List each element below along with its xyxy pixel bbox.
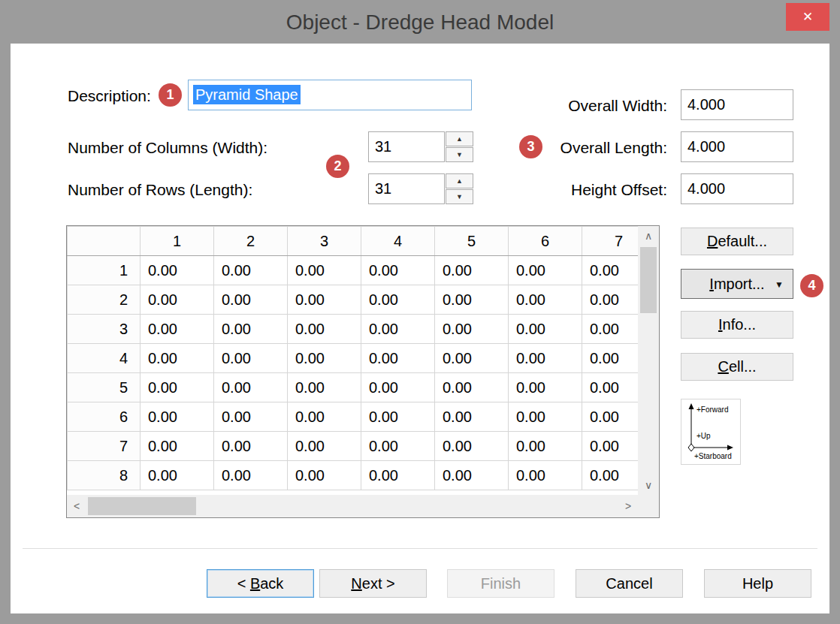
overall-length-input[interactable]: 4.000 [681,131,793,162]
grid-row-header[interactable]: 5 [68,373,141,402]
grid-cell[interactable]: 0.00 [582,315,639,344]
grid-cell[interactable]: 0.00 [288,285,361,315]
grid-cell[interactable]: 0.00 [141,461,214,490]
grid-row-header[interactable]: 1 [68,256,141,285]
grid-cell[interactable]: 0.00 [141,256,214,285]
grid-cell[interactable]: 0.00 [288,344,361,373]
rows-spin-down-button[interactable]: ▼ [446,189,473,204]
grid-cell[interactable]: 0.00 [509,432,582,461]
grid-cell[interactable]: 0.00 [141,373,214,402]
scroll-right-button[interactable]: > [618,495,638,517]
grid-cell[interactable]: 0.00 [288,256,361,285]
grid-cell[interactable]: 0.00 [214,344,288,373]
grid-cell[interactable]: 0.00 [214,285,288,315]
cancel-button[interactable]: Cancel [576,569,683,598]
vertical-scroll-thumb[interactable] [640,247,657,313]
grid-cell[interactable]: 0.00 [288,315,361,344]
grid-cell[interactable]: 0.00 [435,461,509,490]
grid-cell[interactable]: 0.00 [361,373,435,402]
back-button[interactable]: < Back [207,569,314,598]
grid-cell[interactable]: 0.00 [435,373,509,402]
grid-cell[interactable]: 0.00 [435,285,509,315]
grid-cell[interactable]: 0.00 [214,402,288,432]
grid-cell[interactable]: 0.00 [214,432,288,461]
scroll-up-button[interactable]: ∧ [638,226,659,246]
grid-cell[interactable]: 0.00 [361,461,435,490]
grid-cell[interactable]: 0.00 [509,344,582,373]
grid-cell[interactable]: 0.00 [214,373,288,402]
grid-cell[interactable]: 0.00 [141,315,214,344]
grid-cell[interactable]: 0.00 [141,344,214,373]
grid-cell[interactable]: 0.00 [509,461,582,490]
grid-cell[interactable]: 0.00 [141,402,214,432]
grid-cell[interactable]: 0.00 [361,285,435,315]
grid-cell[interactable]: 0.00 [288,402,361,432]
grid-cell[interactable]: 0.00 [141,432,214,461]
grid-cell[interactable]: 0.00 [435,344,509,373]
grid-row-header[interactable]: 3 [68,315,141,344]
cell-button[interactable]: Cell... [681,353,793,381]
grid-cell[interactable]: 0.00 [141,285,214,315]
grid-cell[interactable]: 0.00 [435,402,509,432]
grid-row-header[interactable]: 6 [68,402,141,432]
grid-cell[interactable]: 0.00 [509,373,582,402]
grid-cell[interactable]: 0.00 [582,432,639,461]
grid-col-header[interactable]: 5 [435,227,509,256]
grid-cell[interactable]: 0.00 [214,461,288,490]
columns-spin-down-button[interactable]: ▼ [446,147,473,162]
grid-cell[interactable]: 0.00 [582,461,639,490]
grid-cell[interactable]: 0.00 [582,285,639,315]
grid-col-header[interactable]: 6 [509,227,582,256]
grid-cell[interactable]: 0.00 [509,402,582,432]
titlebar[interactable]: Object - Dredge Head Model ✕ [0,0,840,44]
horizontal-scroll-thumb[interactable] [88,497,196,515]
grid-col-header[interactable]: 3 [288,227,361,256]
grid-cell[interactable]: 0.00 [288,373,361,402]
grid-cell[interactable]: 0.00 [509,256,582,285]
close-button[interactable]: ✕ [786,3,829,31]
grid-row-header[interactable]: 4 [68,344,141,373]
grid-cell[interactable]: 0.00 [214,256,288,285]
default-button[interactable]: Default... [681,228,793,255]
grid-cell[interactable]: 0.00 [509,315,582,344]
grid-cell[interactable]: 0.00 [288,432,361,461]
vertical-scrollbar[interactable]: ∧ ∨ [638,226,659,495]
horizontal-scrollbar[interactable]: < > [67,495,638,517]
grid-cell[interactable]: 0.00 [361,256,435,285]
height-offset-input[interactable]: 4.000 [681,173,793,204]
next-button[interactable]: Next > [319,569,427,598]
grid-cell[interactable]: 0.00 [435,315,509,344]
description-input[interactable]: Pyramid Shape [188,80,472,110]
grid-row-header[interactable]: 8 [68,461,141,490]
chevron-left-icon: < [74,500,80,512]
grid-col-header[interactable]: 4 [361,227,435,256]
overall-width-input[interactable]: 4.000 [681,89,793,120]
grid-row-header[interactable]: 7 [68,432,141,461]
grid-cell[interactable]: 0.00 [361,315,435,344]
columns-spin-up-button[interactable]: ▲ [446,131,473,146]
grid-col-header[interactable]: 2 [214,227,288,256]
help-button[interactable]: Help [704,569,811,598]
grid-cell[interactable]: 0.00 [509,285,582,315]
grid-cell[interactable]: 0.00 [288,461,361,490]
rows-spin-up-button[interactable]: ▲ [446,173,473,188]
grid-cell[interactable]: 0.00 [361,344,435,373]
grid-col-header[interactable]: 1 [141,227,214,256]
grid-cell[interactable]: 0.00 [582,256,639,285]
grid-cell[interactable]: 0.00 [361,402,435,432]
info-button[interactable]: Info... [681,311,793,339]
import-button[interactable]: Import... ▼ [681,269,793,299]
grid-cell[interactable]: 0.00 [214,315,288,344]
grid-col-header[interactable]: 7 [582,227,639,256]
grid-cell[interactable]: 0.00 [582,402,639,432]
grid-cell[interactable]: 0.00 [361,432,435,461]
columns-input[interactable]: 31 [368,131,445,162]
grid-cell[interactable]: 0.00 [582,373,639,402]
scroll-left-button[interactable]: < [67,495,86,517]
grid-cell[interactable]: 0.00 [582,344,639,373]
rows-input[interactable]: 31 [368,173,445,204]
scroll-down-button[interactable]: ∨ [638,475,659,495]
grid-cell[interactable]: 0.00 [435,256,509,285]
grid-row-header[interactable]: 2 [68,285,141,315]
grid-cell[interactable]: 0.00 [435,432,509,461]
